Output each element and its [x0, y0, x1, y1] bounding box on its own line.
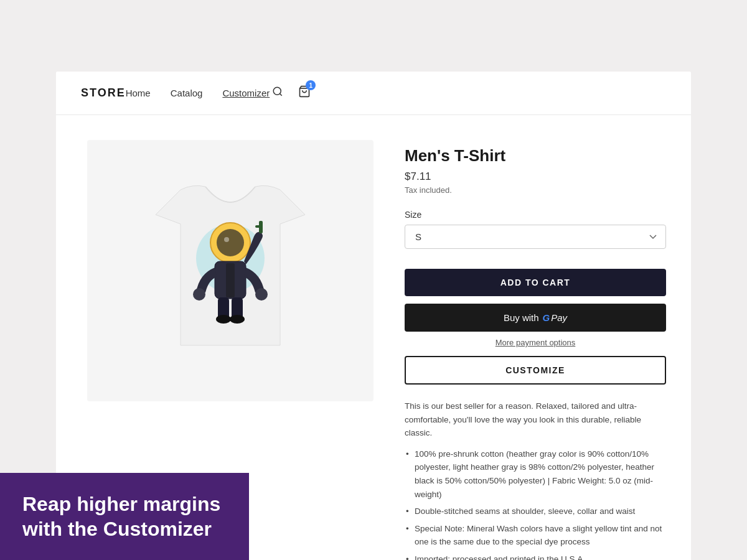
- buy-now-label: Buy with: [504, 312, 539, 323]
- page-wrapper: STORE Home Catalog Customizer: [0, 0, 747, 560]
- pay-letter: Pay: [551, 312, 567, 323]
- svg-point-9: [255, 288, 268, 301]
- bullet-4: Imported; processed and printed in the U…: [405, 553, 666, 560]
- svg-rect-15: [255, 225, 261, 228]
- nav-item-catalog[interactable]: Catalog: [171, 88, 203, 99]
- store-header: STORE Home Catalog Customizer: [56, 72, 691, 115]
- more-payment-options[interactable]: More payment options: [405, 338, 666, 347]
- size-select[interactable]: XS S M L XL 2XL 3XL: [405, 225, 666, 249]
- promo-banner-text: Reap higher margins with the Customizer: [22, 492, 227, 541]
- search-button[interactable]: [270, 83, 286, 103]
- nav-link-catalog[interactable]: Catalog: [171, 88, 203, 98]
- cart-button[interactable]: 1: [296, 83, 313, 103]
- svg-point-5: [224, 237, 229, 242]
- gpay-icon: GPay: [543, 312, 568, 323]
- svg-point-13: [230, 315, 245, 324]
- product-description: This is our best seller for a reason. Re…: [405, 399, 666, 440]
- bullet-1: 100% pre-shrunk cotton (heather gray col…: [405, 447, 666, 501]
- svg-point-12: [216, 315, 231, 324]
- nav-link-customizer[interactable]: Customizer: [222, 88, 270, 98]
- nav-list: Home Catalog Customizer: [126, 88, 270, 99]
- svg-point-8: [193, 288, 205, 301]
- product-image: [87, 140, 374, 401]
- bullet-3: Special Note: Mineral Wash colors have a…: [405, 522, 666, 549]
- top-space: [0, 0, 747, 72]
- bullet-2: Double-stitched seams at shoulder, sleev…: [405, 505, 666, 518]
- svg-point-0: [274, 87, 281, 95]
- product-bullets: 100% pre-shrunk cotton (heather gray col…: [405, 447, 666, 560]
- product-title: Men's T-Shirt: [405, 146, 666, 166]
- buy-now-button[interactable]: Buy with GPay: [405, 304, 666, 332]
- cart-badge: 1: [306, 80, 316, 90]
- promo-banner: Reap higher margins with the Customizer: [0, 473, 249, 560]
- product-tax-note: Tax included.: [405, 185, 666, 195]
- nav-item-home[interactable]: Home: [126, 88, 151, 99]
- store-nav: Home Catalog Customizer: [126, 88, 270, 99]
- search-icon: [272, 86, 283, 97]
- tshirt-illustration: [131, 152, 330, 389]
- store-logo: STORE: [81, 86, 126, 100]
- size-label: Size: [405, 210, 666, 220]
- svg-point-4: [217, 229, 244, 256]
- product-price: $7.11: [405, 170, 666, 183]
- svg-rect-7: [226, 263, 235, 297]
- customize-button[interactable]: CUSTOMIZE: [405, 356, 666, 385]
- nav-item-customizer[interactable]: Customizer: [222, 88, 270, 99]
- g-letter: G: [543, 312, 550, 323]
- add-to-cart-button[interactable]: ADD TO CART: [405, 269, 666, 296]
- header-icons: 1: [270, 83, 313, 103]
- nav-link-home[interactable]: Home: [126, 88, 151, 98]
- product-details: Men's T-Shirt $7.11 Tax included. Size X…: [405, 140, 666, 560]
